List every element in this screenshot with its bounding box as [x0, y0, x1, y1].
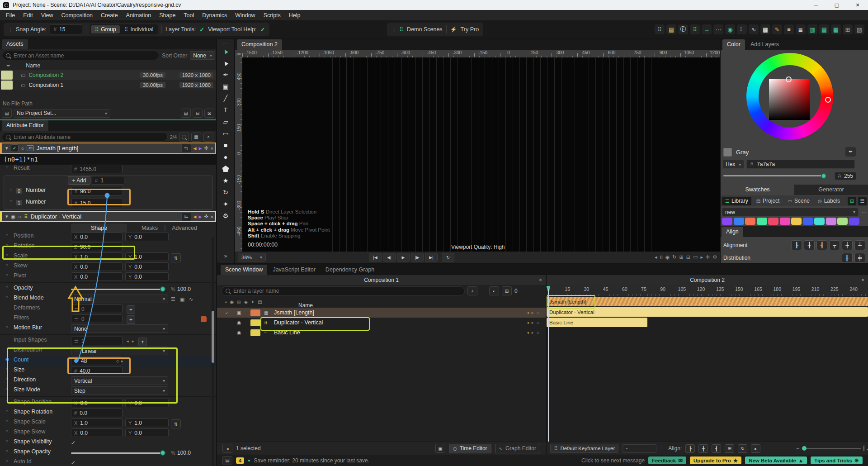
- filter-icon[interactable]: ▦: [191, 133, 201, 142]
- align-right-icon[interactable]: ┨: [712, 444, 721, 453]
- opacity-slider[interactable]: [71, 289, 163, 290]
- tab-generator[interactable]: Generator: [794, 185, 868, 195]
- tab-composition-2[interactable]: Composition 2: [237, 39, 282, 50]
- play-button[interactable]: ▶: [397, 253, 410, 262]
- duplicator-title[interactable]: Duplicator - Vertical: [30, 213, 81, 220]
- zoom-out-icon[interactable]: −: [796, 445, 799, 452]
- attribute-search-input[interactable]: Enter an Attribute name: [2, 132, 168, 142]
- search-settings-icon[interactable]: [179, 133, 189, 142]
- collapse-icon[interactable]: ▾: [5, 214, 8, 219]
- slider-knob[interactable]: [821, 173, 826, 179]
- asset-search-input[interactable]: Enter an Asset name: [2, 51, 159, 60]
- keyframe-dot-icon[interactable]: ○: [5, 366, 8, 371]
- menu-view[interactable]: View: [37, 12, 57, 19]
- shape-opacity-value[interactable]: 100.0: [177, 450, 191, 456]
- grid-view-icon[interactable]: ⊞: [848, 197, 856, 205]
- layer-color-swatch[interactable]: [250, 309, 260, 316]
- prev-icon[interactable]: ◀: [193, 146, 197, 151]
- layer-name[interactable]: Jsmath [Length]: [274, 309, 314, 316]
- toolbar-right-icons[interactable]: ⠿▤Ⓕ⠿→⋯◉⠇∿▦✎≡≣▥▤▦⊞▨: [655, 24, 864, 34]
- layer-color-swatch[interactable]: [250, 329, 260, 336]
- scale-x-field[interactable]: X1.0: [71, 252, 123, 261]
- asset-name[interactable]: Composition 2: [28, 72, 63, 78]
- eye-icon[interactable]: ◉: [237, 330, 241, 336]
- layer-row-duplicator[interactable]: ◉ ⠿ Duplicator - Vertical ◂▸○: [217, 318, 546, 328]
- shape-opacity-slider[interactable]: [71, 452, 163, 454]
- close-icon[interactable]: ×: [539, 277, 542, 283]
- jsmath-header[interactable]: ▾ ✓ ○ JS Jsmath [Length] ⇆ ◀ ▶ ✜ ×: [0, 143, 216, 154]
- asset-row-composition-2[interactable]: ▭ Composition 2 30.00fps 1920 x 1080: [0, 70, 216, 80]
- slider-knob[interactable]: [802, 446, 807, 451]
- swatch-strip[interactable]: [722, 218, 859, 225]
- shape-position-y-field[interactable]: Y0.0: [125, 399, 169, 407]
- timeline-ruler[interactable]: 0153045607590105120135150165180195210225…: [547, 285, 868, 296]
- snap-icon[interactable]: ⊞: [725, 444, 734, 453]
- library-button[interactable]: ☰Library: [722, 197, 751, 205]
- eye-icon[interactable]: ◉: [11, 214, 15, 220]
- layer-row-basic-line[interactable]: ◉ ┄ Basic Line ◂▸○: [217, 328, 546, 338]
- in-icon[interactable]: ◂: [527, 330, 529, 335]
- distribution-buttons[interactable]: ╫╪: [842, 253, 865, 263]
- expression-field[interactable]: (n0+1)*n1: [0, 154, 216, 165]
- keyframe-circle-icon[interactable]: ○: [21, 146, 24, 151]
- out-icon[interactable]: ▸: [532, 330, 534, 335]
- tab-advanced[interactable]: Advanced: [165, 223, 203, 233]
- demo-scenes-button[interactable]: Demo Scenes: [407, 26, 443, 33]
- expand-icon[interactable]: ▸: [121, 359, 123, 363]
- next-message-link[interactable]: Click to see next message: [581, 457, 645, 464]
- menu-window[interactable]: Window: [231, 12, 259, 19]
- attr-scrollbar[interactable]: [212, 237, 214, 466]
- next-shape-icon[interactable]: ▸: [132, 339, 134, 343]
- viewport-canvas[interactable]: Hold S Direct Layer Selection Space Play…: [242, 57, 720, 252]
- viewport-tool-help-check-icon[interactable]: ✓: [260, 26, 265, 33]
- project-browser-icon[interactable]: ▤: [2, 109, 12, 118]
- close-icon[interactable]: ×: [211, 214, 213, 219]
- timeline-zoom-slider[interactable]: [802, 448, 861, 449]
- shape-rotation-field[interactable]: #0.0: [71, 409, 123, 417]
- saturation-value-square[interactable]: [769, 79, 810, 120]
- skew-y-field[interactable]: Y0.0: [125, 262, 169, 271]
- prev-icon[interactable]: ◀: [193, 214, 197, 219]
- add-count-field[interactable]: #1: [92, 176, 124, 185]
- menu-shape[interactable]: Shape: [155, 12, 179, 19]
- eyedropper-icon[interactable]: ✒: [6, 63, 10, 69]
- menu-help[interactable]: Help: [285, 12, 305, 19]
- asset-color-swatch[interactable]: [1, 81, 13, 90]
- keyframe-circle-icon[interactable]: ○: [18, 214, 21, 219]
- link-icon[interactable]: ⇅: [171, 419, 181, 428]
- close-icon[interactable]: ×: [211, 146, 213, 151]
- snap-angle-field[interactable]: #15: [50, 24, 82, 34]
- keyframe-circle-icon[interactable]: ○: [536, 330, 539, 335]
- tab-javascript-editor[interactable]: JavaScript Editor: [268, 265, 320, 275]
- sort-order-dropdown[interactable]: None▾: [190, 51, 215, 60]
- keyframe-dot-icon[interactable]: ○: [9, 199, 12, 204]
- next-icon[interactable]: ▶: [198, 214, 202, 219]
- sv-indicator[interactable]: [786, 76, 792, 82]
- in-icon[interactable]: ◂: [527, 320, 529, 325]
- auto-id-checkbox[interactable]: ✓: [71, 460, 75, 466]
- feedback-button[interactable]: Feedback✉: [648, 456, 686, 464]
- number-0-field[interactable]: #96.0: [71, 187, 123, 195]
- upgrade-button[interactable]: Upgrade to Pro★: [690, 456, 741, 464]
- wave-icon[interactable]: ∿: [189, 296, 193, 302]
- motion-blur-dropdown[interactable]: None▾: [71, 324, 168, 333]
- minimize-button[interactable]: ─: [806, 0, 826, 10]
- current-color-swatch[interactable]: [723, 148, 732, 157]
- align-left-icon[interactable]: ┠: [685, 444, 695, 453]
- add-number-button[interactable]: + Add: [68, 176, 90, 185]
- size-mode-dropdown[interactable]: Step▾: [71, 386, 168, 395]
- next-icon[interactable]: ▶: [198, 146, 202, 151]
- keyframe-dot-icon[interactable]: ○: [5, 458, 8, 463]
- shape-scale-x-field[interactable]: X1.0: [71, 418, 123, 427]
- shapes-icon[interactable]: ▣: [180, 296, 184, 302]
- enabled-check-icon[interactable]: ✓: [225, 310, 229, 315]
- add-input-shape-button[interactable]: +: [138, 338, 147, 346]
- layer-tools-check-icon[interactable]: ✓: [199, 26, 204, 33]
- keyframe-dot-icon[interactable]: ○: [5, 386, 8, 391]
- in-icon[interactable]: ◂: [527, 310, 529, 315]
- loop-icon[interactable]: ↻: [738, 444, 747, 453]
- timeline-bar-basic-line[interactable]: Basic Line: [547, 318, 647, 327]
- scale-y-field[interactable]: Y1.0: [125, 252, 169, 261]
- graph-editor-button[interactable]: ∿Graph Editor: [495, 444, 540, 453]
- tab-dependency-graph[interactable]: Dependency Graph: [321, 265, 379, 275]
